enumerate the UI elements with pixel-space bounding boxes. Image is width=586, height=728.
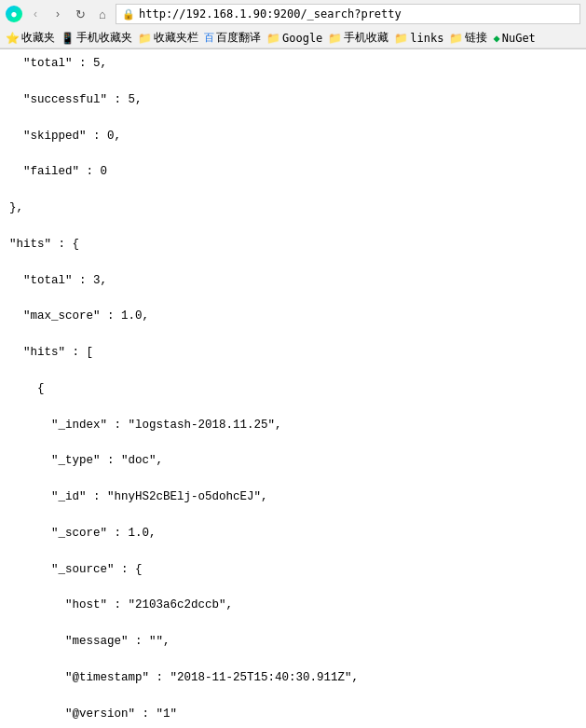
bookmark-label: 百度翻译 bbox=[216, 30, 261, 46]
browser-logo: ● bbox=[6, 6, 22, 22]
json-content: "total" : 5, "successful" : 5, "skipped"… bbox=[0, 49, 586, 728]
json-line: }, bbox=[9, 199, 577, 217]
bookmark-item[interactable]: 百 百度翻译 bbox=[204, 30, 261, 46]
json-line: "hits" : { bbox=[9, 236, 577, 254]
bookmark-label: Google bbox=[282, 32, 322, 45]
nav-bar: ● ‹ › ↻ ⌂ 🔒 http://192.168.1.90:9200/_se… bbox=[0, 0, 586, 28]
address-bar[interactable]: 🔒 http://192.168.1.90:9200/_search?prett… bbox=[116, 4, 580, 24]
bookmark-label: NuGet bbox=[502, 32, 536, 45]
bookmark-label: 链接 bbox=[465, 30, 487, 46]
bookmark-label: 收藏夹 bbox=[21, 30, 55, 46]
json-line: "hits" : [ bbox=[9, 344, 577, 362]
bookmark-item[interactable]: 📁 links bbox=[394, 32, 443, 45]
json-line: { bbox=[9, 380, 577, 398]
json-line: "message" : "", bbox=[9, 633, 577, 651]
json-line: "_score" : 1.0, bbox=[9, 525, 577, 543]
bookmark-icon: 📁 bbox=[394, 32, 408, 45]
json-line: "_id" : "hnyHS2cBElj-o5dohcEJ", bbox=[9, 488, 577, 506]
bookmark-label: 收藏夹栏 bbox=[154, 30, 198, 46]
json-line: "skipped" : 0, bbox=[9, 128, 577, 145]
json-line: "_source" : { bbox=[9, 561, 577, 579]
back-button[interactable]: ‹ bbox=[26, 5, 45, 23]
ssl-icon: 🔒 bbox=[122, 8, 135, 21]
json-line: "total" : 5, bbox=[9, 55, 577, 73]
bookmark-item[interactable]: ⭐ 收藏夹 bbox=[6, 30, 55, 46]
forward-button[interactable]: › bbox=[48, 5, 67, 23]
bookmark-item[interactable]: 📱 手机收藏夹 bbox=[61, 30, 132, 46]
refresh-button[interactable]: ↻ bbox=[71, 5, 89, 23]
browser-chrome: ● ‹ › ↻ ⌂ 🔒 http://192.168.1.90:9200/_se… bbox=[0, 0, 586, 49]
bookmark-item[interactable]: ◆ NuGet bbox=[493, 32, 535, 45]
json-line: "successful" : 5, bbox=[9, 91, 577, 109]
bookmark-item[interactable]: 📁 手机收藏 bbox=[328, 30, 388, 46]
bookmarks-bar: ⭐ 收藏夹 📱 手机收藏夹 📁 收藏夹栏 百 百度翻译 📁 Google 📁 手… bbox=[0, 28, 586, 48]
home-button[interactable]: ⌂ bbox=[93, 5, 112, 23]
bookmark-label: 手机收藏 bbox=[344, 30, 388, 46]
bookmark-icon: 📁 bbox=[138, 32, 152, 45]
bookmark-item[interactable]: 📁 链接 bbox=[449, 30, 487, 46]
url-text: http://192.168.1.90:9200/_search?pretty bbox=[139, 7, 402, 21]
json-line: "total" : 3, bbox=[9, 272, 577, 290]
bookmark-icon: 📁 bbox=[328, 32, 342, 45]
bookmark-icon: 百 bbox=[204, 31, 214, 45]
bookmark-icon: ⭐ bbox=[6, 32, 20, 45]
bookmark-icon: 📁 bbox=[266, 32, 280, 45]
bookmark-icon: 📁 bbox=[449, 32, 463, 45]
json-line: "_index" : "logstash-2018.11.25", bbox=[9, 417, 577, 434]
json-line: "host" : "2103a6c2dccb", bbox=[9, 597, 577, 614]
bookmark-icon: 📱 bbox=[61, 32, 75, 45]
json-line: "max_score" : 1.0, bbox=[9, 308, 577, 325]
json-line: "@version" : "1" bbox=[9, 706, 577, 723]
bookmark-item[interactable]: 📁 收藏夹栏 bbox=[138, 30, 198, 46]
json-line: "_type" : "doc", bbox=[9, 452, 577, 470]
bookmark-item[interactable]: 📁 Google bbox=[266, 32, 322, 45]
json-line: "failed" : 0 bbox=[9, 163, 577, 181]
bookmark-label: links bbox=[410, 32, 443, 45]
bookmark-label: 手机收藏夹 bbox=[76, 30, 132, 46]
bookmark-icon: ◆ bbox=[493, 32, 499, 45]
json-line: "@timestamp" : "2018-11-25T15:40:30.911Z… bbox=[9, 669, 577, 687]
